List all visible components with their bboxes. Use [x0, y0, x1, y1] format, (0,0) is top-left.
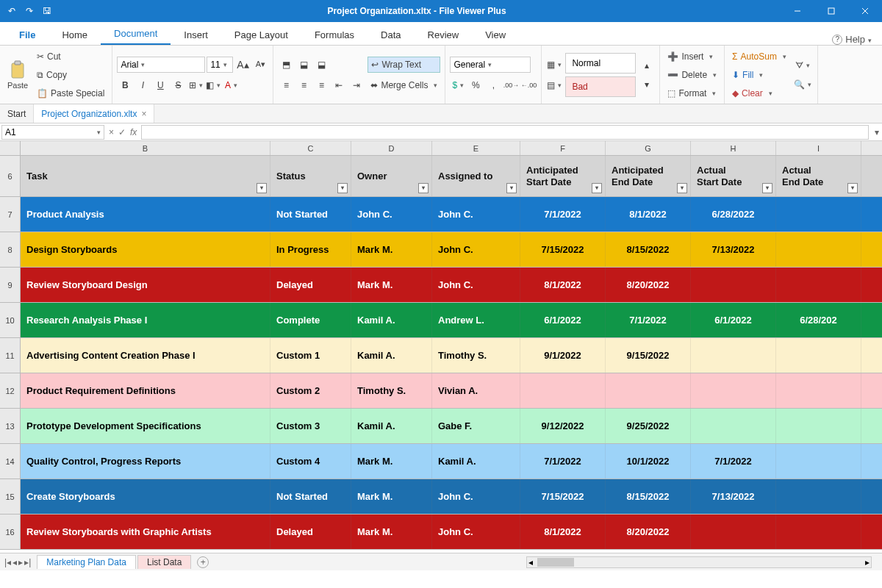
- insert-cells-button[interactable]: ➕ Insert: [664, 49, 720, 64]
- cell[interactable]: [776, 514, 861, 549]
- copy-button[interactable]: ⧉ Copy: [34, 67, 107, 82]
- minimize-button[interactable]: [781, 0, 814, 22]
- cell[interactable]: [691, 338, 776, 373]
- column-header[interactable]: Owner▾: [351, 156, 432, 196]
- sheet-tab-list-data[interactable]: List Data: [137, 555, 191, 569]
- cell[interactable]: Product Analysis: [21, 197, 270, 232]
- number-format-select[interactable]: General: [450, 57, 531, 73]
- sheet-tab-marketing[interactable]: Marketing Plan Data: [37, 555, 136, 569]
- tab-document[interactable]: Document: [101, 24, 171, 45]
- align-left-icon[interactable]: ≡: [278, 77, 294, 93]
- cell[interactable]: Mark M.: [351, 232, 432, 267]
- find-button[interactable]: 🔍: [792, 76, 813, 93]
- cell[interactable]: 8/20/2022: [606, 268, 691, 302]
- formula-expand-icon[interactable]: ▾: [872, 127, 882, 137]
- cell[interactable]: 7/15/2022: [520, 479, 606, 514]
- percent-button[interactable]: %: [467, 77, 484, 93]
- autosum-button[interactable]: Σ AutoSum: [729, 49, 789, 64]
- cell[interactable]: [776, 268, 861, 302]
- cell[interactable]: 8/15/2022: [606, 479, 691, 514]
- filter-icon[interactable]: ▾: [762, 183, 772, 193]
- italic-button[interactable]: I: [135, 77, 151, 93]
- align-center-icon[interactable]: ≡: [295, 77, 312, 93]
- row-header[interactable]: 11: [0, 338, 21, 373]
- cell[interactable]: John C.: [351, 197, 432, 232]
- col-header[interactable]: B: [21, 141, 270, 155]
- clear-button[interactable]: ◆ Clear: [729, 85, 789, 101]
- cell[interactable]: Delayed: [270, 514, 351, 549]
- delete-cells-button[interactable]: ➖ Delete: [664, 67, 720, 82]
- accept-formula-icon[interactable]: ✓: [118, 127, 126, 137]
- tab-view[interactable]: View: [472, 25, 519, 45]
- cell[interactable]: Research Analysis Phase I: [21, 303, 270, 337]
- format-table-button[interactable]: ▤: [546, 77, 562, 93]
- cancel-formula-icon[interactable]: ×: [109, 127, 114, 137]
- strikethrough-button[interactable]: S: [170, 77, 186, 93]
- cell[interactable]: 6/28/2022: [691, 197, 776, 232]
- style-normal[interactable]: Normal: [565, 53, 636, 74]
- cell[interactable]: [776, 409, 861, 443]
- cell[interactable]: Mark M.: [351, 514, 432, 549]
- row-header[interactable]: 13: [0, 409, 21, 443]
- cell[interactable]: Kamil A.: [351, 338, 432, 373]
- cell[interactable]: [776, 444, 861, 478]
- align-top-icon[interactable]: ⬒: [278, 57, 294, 73]
- fx-icon[interactable]: fx: [130, 127, 137, 137]
- filter-icon[interactable]: ▾: [337, 183, 348, 193]
- cell[interactable]: Prototype Development Specifications: [21, 409, 270, 443]
- row-header[interactable]: 8: [0, 232, 21, 267]
- font-color-button[interactable]: A: [223, 77, 239, 93]
- col-header[interactable]: F: [520, 141, 606, 155]
- cell[interactable]: 7/1/2022: [606, 303, 691, 337]
- cell[interactable]: [691, 409, 776, 443]
- cell[interactable]: Kamil A.: [432, 444, 520, 478]
- column-header[interactable]: AnticipatedStart Date▾: [520, 156, 606, 196]
- align-right-icon[interactable]: ≡: [313, 77, 329, 93]
- row-header[interactable]: 7: [0, 197, 21, 232]
- cell[interactable]: Design Storyboards: [21, 232, 270, 267]
- tab-data[interactable]: Data: [368, 25, 414, 45]
- hscroll-left-icon[interactable]: ◂: [527, 557, 534, 567]
- column-header[interactable]: Assigned to▾: [432, 156, 520, 196]
- cell[interactable]: Mark M.: [351, 268, 432, 302]
- column-header[interactable]: AnticipatedEnd Date▾: [606, 156, 691, 196]
- cell[interactable]: 9/15/2022: [606, 338, 691, 373]
- filter-icon[interactable]: ▾: [847, 183, 858, 193]
- cell[interactable]: [606, 373, 691, 408]
- cell[interactable]: [520, 373, 606, 408]
- sort-filter-button[interactable]: ᗊ: [792, 57, 813, 74]
- cell[interactable]: Timothy S.: [432, 338, 520, 373]
- row-header[interactable]: 15: [0, 479, 21, 514]
- align-bottom-icon[interactable]: ⬓: [313, 57, 329, 73]
- tab-file[interactable]: File: [6, 25, 49, 45]
- style-scroll-down[interactable]: ▾: [639, 76, 655, 93]
- undo-icon[interactable]: ↶: [6, 6, 18, 16]
- cell[interactable]: [776, 479, 861, 514]
- currency-button[interactable]: $: [450, 77, 466, 93]
- cell[interactable]: Delayed: [270, 268, 351, 302]
- cell[interactable]: 7/15/2022: [520, 232, 606, 267]
- cell[interactable]: Kamil A.: [351, 409, 432, 443]
- cell[interactable]: Timothy S.: [351, 373, 432, 408]
- underline-button[interactable]: U: [152, 77, 168, 93]
- paste-special-button[interactable]: 📋 Paste Special: [34, 85, 107, 101]
- cell[interactable]: John C.: [432, 514, 520, 549]
- cell[interactable]: Custom 3: [270, 409, 351, 443]
- sheet-nav-last-icon[interactable]: ▸|: [24, 557, 31, 567]
- cell[interactable]: 8/20/2022: [606, 514, 691, 549]
- horizontal-scrollbar[interactable]: ◂▸: [526, 556, 872, 568]
- borders-button[interactable]: ⊞: [187, 77, 204, 93]
- fill-button[interactable]: ⬇ Fill: [729, 67, 789, 82]
- fill-color-button[interactable]: ◧: [205, 77, 221, 93]
- column-header[interactable]: Status▾: [270, 156, 351, 196]
- cell[interactable]: Not Started: [270, 197, 351, 232]
- cell[interactable]: 6/28/202: [776, 303, 861, 337]
- cut-button[interactable]: ✂ Cut: [34, 49, 107, 64]
- help-menu[interactable]: Help: [845, 34, 872, 45]
- cell[interactable]: 8/1/2022: [520, 514, 606, 549]
- col-header[interactable]: E: [432, 141, 520, 155]
- formula-input[interactable]: [141, 125, 869, 140]
- cell[interactable]: Review Storyboard Design: [21, 268, 270, 302]
- cell[interactable]: Advertising Content Creation Phase I: [21, 338, 270, 373]
- cell[interactable]: [776, 373, 861, 408]
